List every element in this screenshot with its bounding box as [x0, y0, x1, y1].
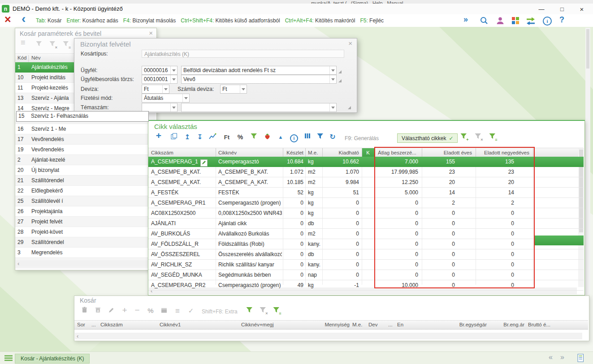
column-header-br-eng-ar[interactable]: Br.eng.ár — [490, 322, 524, 327]
column-header-eladott-negyedeves[interactable]: Eladott negyedéves — [476, 150, 529, 155]
filter-settings-icon[interactable]: ≡ — [63, 40, 69, 48]
filter-blue-icon[interactable] — [314, 133, 326, 141]
delete-row-icon[interactable] — [79, 307, 90, 314]
dialog-resize-grip[interactable] — [348, 106, 351, 109]
copy-icon[interactable] — [168, 133, 180, 141]
basket-type-row[interactable]: 3 Megrendelés — [15, 248, 156, 258]
basket-type-row[interactable]: 20 Új bizonylat — [15, 165, 156, 176]
percent-icon[interactable]: % — [234, 133, 246, 141]
filter-table-icon[interactable]: ≡ — [486, 133, 498, 141]
cikk-table-row[interactable]: AV_ÖSSZESZEREL Összeszerelés alvállalkoz… — [148, 249, 584, 260]
filter-clear-icon[interactable]: × — [472, 133, 484, 141]
basket-type-row[interactable]: 29 Szállítórendel — [15, 237, 156, 248]
filter-icon[interactable] — [36, 40, 42, 48]
cikk-table-row[interactable]: AJÁNLATI Ajánlati cikk 0 db 0 0 0 0 — [148, 218, 584, 229]
confirm-icon[interactable]: ✓ — [186, 307, 196, 315]
basket-type-row[interactable]: 25 Szállítólevél í — [15, 196, 156, 206]
dropdown-arrow-icon[interactable] — [329, 66, 336, 74]
column-header-cikknev[interactable]: Cikknév — [218, 150, 237, 155]
ugyfel-code-combo[interactable]: 00000016 — [142, 66, 177, 75]
cikk-table-row[interactable]: AV_RICHLIK_SZ Richlik szállítás/ kanyar … — [148, 260, 584, 270]
expand-toolbar-icon[interactable]: » — [463, 15, 467, 24]
basket-type-row[interactable]: 21 Szállítórendel — [15, 176, 156, 186]
scroll-left-arrow[interactable]: ‹ — [17, 260, 19, 267]
columns-icon[interactable] — [302, 133, 313, 140]
scroll-bottom-icon[interactable]: ↧ — [194, 133, 206, 141]
add-item-icon[interactable]: + — [153, 130, 164, 141]
filter-clear-icon[interactable]: × — [257, 307, 268, 314]
cikk-table-row[interactable]: AV_FÖLDSZÁLL_R Földszállítás (Robi) 0 ka… — [148, 239, 584, 249]
price-box-icon[interactable] — [159, 307, 169, 314]
cikk-table-row[interactable]: A_CSEMPE_A_KAT. A_CSEMPE_A_KAT. 10.185 m… — [148, 177, 584, 188]
basket-type-row-editor[interactable]: 15 Szervíz 1- Felhasználás — [16, 111, 149, 122]
info-icon[interactable]: i — [288, 134, 300, 142]
status-menu-icon[interactable] — [4, 355, 13, 363]
remove-icon[interactable]: − — [132, 305, 143, 315]
filter-add-icon[interactable]: + — [458, 133, 469, 141]
column-header-dots[interactable]: ... — [91, 322, 96, 327]
filter-green-icon[interactable] — [248, 133, 260, 141]
basket-type-row[interactable]: 19 Vevőrendelés — [15, 145, 156, 155]
column-header-cikknev1[interactable]: Cikknév1 — [160, 322, 181, 327]
cikk-table-row[interactable]: A_CSEMPE_B_KAT. A_CSEMPE_B_KAT. 1.072 m2… — [148, 167, 584, 177]
basket-type-row[interactable]: 27 Projekt felvét — [15, 217, 156, 227]
scroll-top-icon[interactable]: ↥ — [182, 133, 193, 141]
cikk-table-row[interactable]: AC08X1250X2500 0,008X1250x2500 WNR4301 A… — [148, 208, 584, 218]
user-icon[interactable] — [496, 16, 505, 27]
cikk-table-row[interactable]: A_FESTÉK FESTÉK 52 kg 51 5.000 14 14 — [148, 188, 584, 198]
cikk-table-row[interactable]: A_CSEMPERAG_PR2 Csemperagasztó (progen) … — [148, 280, 584, 291]
clear-basket-icon[interactable]: A — [92, 307, 103, 314]
basket-type-row[interactable]: 17 Vevőrendelés — [15, 134, 156, 145]
basket-type-row[interactable]: 16 Szervíz 1 - Me — [15, 124, 156, 134]
column-header-atlag[interactable]: Átlag beszerzé... — [378, 150, 416, 155]
dropdown-arrow-icon[interactable] — [170, 75, 177, 83]
horizontal-scrollbar[interactable]: ‹ — [16, 260, 155, 267]
dropdown-arrow-icon[interactable] — [182, 94, 189, 102]
basket-type-row[interactable]: 22 Előlegbekérő — [15, 186, 156, 196]
minimize-button[interactable]: — — [531, 4, 552, 14]
column-header-kiadhato[interactable]: Kiadható — [322, 150, 359, 155]
dropdown-arrow-icon[interactable] — [329, 75, 336, 83]
basket-type-row[interactable]: 2 Ajánlat-kezelé — [15, 155, 156, 165]
dropdown-arrow-icon[interactable] — [170, 103, 177, 111]
column-header-mennyiseg[interactable]: Mennyiség — [316, 322, 350, 327]
ugyfel-name-combo[interactable]: Belföldi devizában adott rendelés Ft sz — [181, 66, 337, 75]
column-header-sor[interactable]: Sor — [77, 322, 85, 327]
percent-icon[interactable]: % — [145, 307, 156, 314]
valaszthato-cikkek-button[interactable]: Választható cikkek ✓ — [397, 133, 458, 143]
scroll-left-arrow[interactable]: ‹ — [77, 333, 78, 339]
column-header-nev[interactable]: Név — [31, 55, 40, 60]
column-header-cikkszam[interactable]: Cikkszám — [151, 150, 173, 155]
info-icon[interactable]: i — [543, 17, 552, 26]
column-header-dev[interactable]: Dev — [368, 322, 377, 327]
add-icon[interactable]: + — [119, 305, 130, 315]
document-icon[interactable] — [577, 354, 584, 364]
window-vertical-scrollbar[interactable] — [585, 28, 590, 295]
dropdown-arrow-icon[interactable] — [240, 85, 247, 93]
chart-icon[interactable] — [207, 133, 218, 141]
cancel-icon[interactable]: × — [4, 13, 11, 26]
column-header-eladott-eves[interactable]: Eladott éves — [422, 150, 472, 155]
maximize-button[interactable]: □ — [552, 4, 572, 14]
besorolas-code-combo[interactable]: 00010001 — [142, 75, 177, 84]
combo-resize-grip[interactable] — [338, 70, 342, 73]
column-header-me[interactable]: M.e. — [308, 150, 318, 155]
column-header-cikknev-megj[interactable]: Cikknév+megj — [241, 322, 274, 327]
combo-resize-grip[interactable] — [338, 79, 342, 82]
column-header-kod[interactable]: Kód — [17, 55, 29, 62]
scrollbar-thumb[interactable] — [586, 29, 589, 69]
panel-close-icon[interactable]: × — [149, 29, 153, 37]
tab-scroll-left-icon[interactable]: « — [549, 353, 553, 361]
help-icon[interactable]: ? — [559, 15, 564, 25]
column-header-me[interactable]: M.e. — [352, 322, 362, 327]
strawberry-icon[interactable] — [261, 133, 273, 141]
dropdown-arrow-icon[interactable] — [170, 66, 177, 74]
cikk-table-row[interactable]: AV_SEGÉD_MUNKA Segédmunkás bérben 0 nap … — [148, 270, 584, 280]
cikk-table-row[interactable]: A_CSEMPERAG_1 Csemperagasztó 10.684 kg 1… — [148, 157, 584, 167]
search-icon[interactable] — [480, 16, 489, 27]
deviza-combo[interactable]: Ft — [142, 85, 169, 94]
temaszam-name-combo[interactable] — [181, 103, 337, 112]
dropdown-arrow-icon[interactable] — [162, 85, 169, 93]
collapse-icon[interactable]: ▲ — [275, 134, 286, 140]
swap-arrows-icon[interactable] — [526, 17, 536, 26]
